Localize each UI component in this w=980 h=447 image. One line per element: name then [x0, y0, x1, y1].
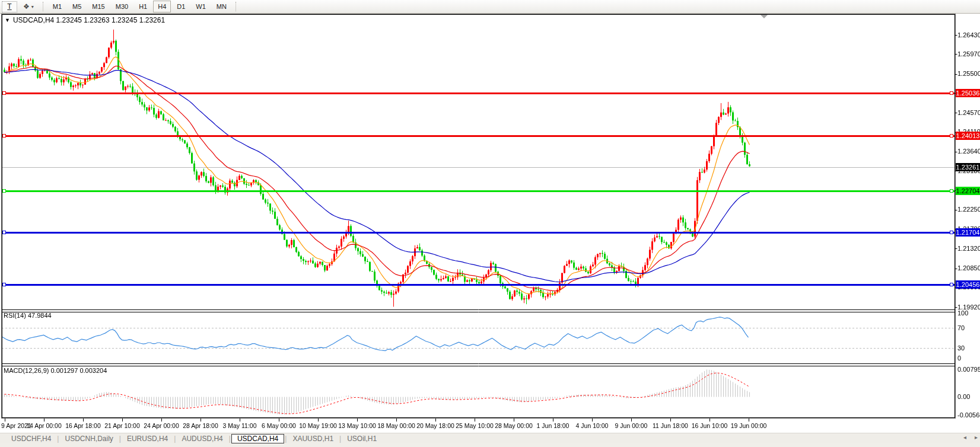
time-axis-label: 14 Apr 00:00 [26, 422, 62, 429]
price-axis-label: 1.23640 [957, 148, 980, 155]
timeframe-button-m15[interactable]: M15 [87, 1, 109, 12]
price-axis-label: 1.26430 [957, 31, 980, 39]
time-axis-label: 13 May 10:00 [338, 422, 376, 429]
price-axis-label: 1.25500 [957, 70, 980, 77]
time-axis-label: 9 Jun 00:00 [615, 422, 648, 429]
rsi-scale-label: 100 [957, 309, 968, 317]
time-axis-label: 25 May 10:00 [456, 422, 494, 429]
chart-tab-usoil-h1[interactable]: USOil,H1 [342, 434, 382, 443]
rsi-scale-label: 70 [957, 324, 965, 331]
chart-title[interactable]: ▼USDCAD,H4 1.23245 1.23263 1.23245 1.232… [5, 16, 165, 24]
timeframe-button-h4[interactable]: H4 [153, 1, 171, 12]
timeframe-button-m5[interactable]: M5 [68, 1, 86, 12]
rsi-indicator-label: RSI(14) 47.9844 [4, 312, 52, 319]
chart-dropdown-arrow-icon[interactable]: ▼ [5, 17, 10, 23]
timeframe-button-group: M1M5M15M30H1H4D1W1MN [47, 1, 232, 12]
time-axis-label: 16 Jun 10:00 [692, 422, 728, 429]
time-axis-label: 11 Jun 18:00 [653, 422, 688, 429]
chart-tab-xauusd-h1[interactable]: XAUUSD,H1 [287, 434, 339, 443]
time-axis-label: 18 May 00:00 [377, 422, 415, 429]
time-axis-label: 24 Apr 00:00 [144, 422, 179, 429]
chart-ohlc-quote: USDCAD,H4 1.23245 1.23263 1.23245 1.2326… [13, 16, 165, 24]
tab-separator: | [119, 435, 121, 443]
time-axis-label: 10 May 19:00 [299, 422, 337, 429]
tab-separator: | [229, 435, 231, 443]
time-axis-label: 3 May 11:00 [222, 422, 256, 429]
macd-scale-label: -0.005663 [957, 411, 980, 419]
hline-price-tag: 1.22704 [956, 187, 980, 195]
text-tool-button[interactable]: T [2, 1, 17, 12]
chart-tab-usdchf-h4[interactable]: USDCHF,H4 [6, 434, 56, 443]
price-axis-label: 1.20850 [957, 264, 980, 272]
price-axis-label: 1.25970 [957, 50, 980, 58]
bid-price-tag: 1.23261 [956, 163, 980, 171]
chart-tab-usdcad-h4[interactable]: USDCAD,H4 [231, 434, 284, 443]
timeframe-button-m30[interactable]: M30 [111, 1, 133, 12]
hline-price-tag: 1.20456 [956, 280, 980, 289]
time-axis-label: 21 Apr 10:00 [104, 422, 140, 429]
timeframe-button-d1[interactable]: D1 [172, 1, 190, 12]
chart-canvas[interactable] [0, 0, 980, 447]
status-strip [0, 443, 980, 447]
timeframe-button-h1[interactable]: H1 [134, 1, 152, 12]
toolbar-separator [43, 2, 44, 11]
tab-scroll-buttons: ◂ ▸ [963, 434, 978, 440]
time-axis-label: 20 May 18:00 [416, 422, 454, 429]
tab-separator: | [57, 435, 59, 443]
chart-tab-audusd-h4[interactable]: AUDUSD,H4 [176, 434, 228, 443]
rsi-scale-label: 0 [957, 355, 961, 362]
tab-separator: | [174, 435, 176, 443]
price-axis-label: 1.22250 [957, 206, 980, 213]
objects-icon: ❖ [23, 2, 30, 11]
time-axis-label: 1 Jun 18:00 [537, 422, 569, 429]
hline-price-tag: 1.21704 [956, 228, 980, 237]
hline-price-tag: 1.25036 [956, 89, 980, 97]
time-axis-label: 4 Jun 10:00 [576, 422, 609, 429]
tab-scroll-left-icon[interactable]: ◂ [963, 434, 966, 440]
time-axis-label: 6 May 00:00 [262, 422, 296, 429]
chart-tab-bar: USDCHF,H4|USDCNH,Daily|EURUSD,H4|AUDUSD,… [0, 433, 980, 444]
tab-scroll-right-icon[interactable]: ▸ [975, 434, 978, 440]
hline-price-tag: 1.24013 [956, 132, 980, 140]
chevron-down-icon: ▾ [31, 4, 34, 9]
time-axis-label: 16 Apr 18:00 [65, 422, 101, 429]
time-axis-label: 28 May 00:00 [495, 422, 533, 429]
application-window: T ❖ ▾ M1M5M15M30H1H4D1W1MN ▼USDCAD,H4 1.… [0, 0, 980, 447]
objects-tool-button[interactable]: ❖ ▾ [18, 1, 39, 12]
time-axis-label: 28 Apr 18:00 [183, 422, 218, 429]
chart-tab-eurusd-h4[interactable]: EURUSD,H4 [122, 434, 173, 443]
tab-separator: | [285, 435, 287, 443]
chart-tab-usdcnh-daily[interactable]: USDCNH,Daily [59, 434, 118, 443]
macd-scale-label: 0.007959 [957, 366, 980, 373]
tab-separator: | [339, 435, 341, 443]
toolbar: T ❖ ▾ M1M5M15M30H1H4D1W1MN [0, 0, 980, 14]
price-axis-label: 1.24570 [957, 109, 980, 116]
macd-indicator-label: MACD(12,26,9) 0.001297 0.003204 [4, 367, 107, 374]
timeframe-button-w1[interactable]: W1 [191, 1, 211, 12]
price-axis-label: 1.21320 [957, 245, 980, 252]
macd-scale-label: 0.00 [957, 393, 970, 400]
time-axis-label: 19 Jun 00:00 [731, 422, 767, 429]
rsi-scale-label: 30 [957, 344, 965, 352]
timeframe-button-mn[interactable]: MN [212, 1, 231, 12]
toolbar-separator [236, 2, 237, 11]
timeframe-button-m1[interactable]: M1 [48, 1, 66, 12]
